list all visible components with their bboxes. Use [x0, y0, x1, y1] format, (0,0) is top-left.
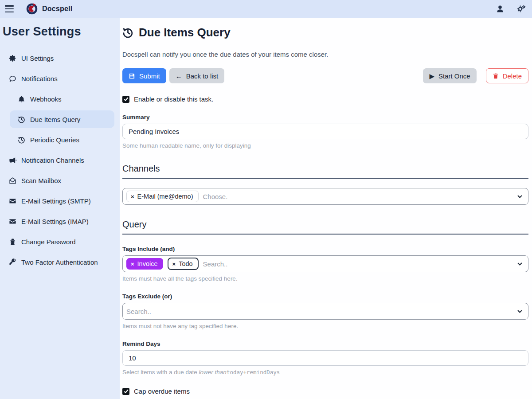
- user-secret-icon: [9, 238, 16, 246]
- sidebar-item-email-imap[interactable]: E-Mail Settings (IMAP): [0, 212, 114, 230]
- gear-icon: [9, 55, 16, 62]
- tags-exclude-placeholder: Search..: [126, 308, 151, 315]
- start-once-button[interactable]: ▶ Start Once: [423, 68, 476, 83]
- sidebar-item-notifications[interactable]: Notifications: [0, 70, 114, 87]
- sidebar-item-label: Scan Mailbox: [21, 177, 61, 184]
- sidebar-item-label: Change Password: [21, 238, 76, 246]
- menu-hamburger-icon[interactable]: [5, 5, 14, 12]
- tags-exclude-help: Items must not have any tag specified he…: [122, 323, 528, 329]
- sidebar-item-due-items-query[interactable]: Due Items Query: [10, 110, 114, 128]
- tags-include-help: Items must have all the tags specified h…: [122, 275, 528, 282]
- submit-button[interactable]: Submit: [122, 68, 166, 83]
- trash-icon: [493, 73, 499, 79]
- remove-chip-icon[interactable]: ×: [172, 261, 176, 267]
- docspell-logo-icon: [26, 3, 38, 15]
- sidebar-title: User Settings: [0, 21, 120, 39]
- page-title-text: Due Items Query: [139, 26, 231, 39]
- sidebar-item-webhooks[interactable]: Webhooks: [0, 90, 114, 108]
- key-icon: [9, 258, 16, 266]
- check-icon: [124, 97, 129, 102]
- envelope-icon: [9, 197, 16, 205]
- sidebar-item-label: Two Factor Authentication: [21, 258, 98, 266]
- cap-overdue-label: Cap overdue items: [134, 387, 190, 395]
- chevron-down-icon: [517, 309, 523, 314]
- channels-placeholder: Choose.: [203, 193, 228, 200]
- tags-include-label: Tags Include (and): [122, 246, 528, 252]
- chevron-down-icon: [517, 194, 523, 200]
- enable-task-row: Enable or disable this task.: [122, 95, 528, 103]
- history-icon: [18, 116, 25, 123]
- summary-label: Summary: [122, 114, 528, 121]
- enable-task-label: Enable or disable this task.: [134, 95, 213, 103]
- tags-exclude-label: Tags Exclude (or): [122, 293, 528, 300]
- tags-include-select[interactable]: × Invoice × Todo Search..: [122, 255, 528, 272]
- sidebar-item-ui-settings[interactable]: UI Settings: [0, 49, 114, 67]
- sidebar-item-label: E-Mail Settings (SMTP): [21, 197, 91, 205]
- history-icon: [18, 136, 25, 144]
- channels-select[interactable]: × E-Mail (me@demo) Choose.: [122, 188, 528, 205]
- arrow-left-icon: ←: [176, 73, 182, 79]
- sidebar-item-notification-channels[interactable]: Notification Channels: [0, 151, 114, 169]
- back-to-list-button[interactable]: ← Back to list: [169, 68, 225, 83]
- envelope-icon: [9, 218, 16, 225]
- sidebar-item-label: Notification Channels: [21, 156, 84, 164]
- tags-exclude-select[interactable]: Search..: [122, 303, 528, 320]
- tag-chip-todo[interactable]: × Todo: [168, 258, 199, 270]
- cap-overdue-row: Cap overdue items: [122, 387, 528, 395]
- sidebar: User Settings UI Settings Notifications …: [0, 18, 120, 399]
- sidebar-item-label: UI Settings: [21, 55, 54, 62]
- top-bar: Docspell: [0, 0, 532, 18]
- sidebar-item-change-password[interactable]: Change Password: [0, 233, 114, 250]
- remind-days-input[interactable]: 10: [122, 350, 528, 366]
- sidebar-item-label: Webhooks: [30, 95, 62, 103]
- page-title: Due Items Query: [122, 26, 528, 39]
- play-icon: ▶: [429, 73, 434, 79]
- sidebar-item-label: Due Items Query: [30, 116, 80, 123]
- sidebar-item-label: Periodic Queries: [30, 136, 79, 144]
- remove-chip-icon[interactable]: ×: [131, 261, 134, 267]
- sidebar-item-label: Notifications: [21, 75, 58, 82]
- remove-chip-icon[interactable]: ×: [131, 194, 134, 200]
- sidebar-item-scan-mailbox[interactable]: Scan Mailbox: [0, 172, 114, 189]
- main-content: Due Items Query Docspell can notify you …: [120, 18, 532, 399]
- remind-days-help: Select items with a due date lower thant…: [122, 369, 528, 376]
- delete-button[interactable]: Delete: [486, 68, 528, 83]
- user-icon[interactable]: [496, 4, 505, 13]
- enable-task-checkbox[interactable]: [122, 96, 129, 103]
- check-icon: [124, 389, 129, 394]
- save-icon: [129, 73, 135, 79]
- gears-icon[interactable]: [517, 4, 526, 13]
- page-subtitle: Docspell can notify you once the due dat…: [122, 51, 528, 58]
- history-icon: [122, 27, 133, 38]
- chevron-down-icon: [517, 261, 523, 267]
- summary-input[interactable]: Pending Invoices: [122, 124, 528, 139]
- cap-overdue-checkbox[interactable]: [122, 388, 129, 395]
- remind-days-label: Remind Days: [122, 340, 528, 347]
- summary-help: Some human readable name, only for displ…: [122, 142, 528, 149]
- query-heading: Query: [122, 219, 528, 235]
- envelope-open-icon: [9, 177, 16, 184]
- sidebar-item-periodic-queries[interactable]: Periodic Queries: [0, 131, 114, 149]
- brand-name: Docspell: [42, 5, 72, 13]
- tags-include-placeholder: Search..: [203, 260, 228, 268]
- tag-chip-invoice[interactable]: × Invoice: [126, 258, 163, 270]
- bullhorn-icon: [9, 156, 16, 164]
- bell-icon: [18, 95, 25, 103]
- brand[interactable]: Docspell: [26, 3, 72, 15]
- sidebar-item-two-factor-auth[interactable]: Two Factor Authentication: [0, 253, 114, 271]
- channel-chip[interactable]: × E-Mail (me@demo): [126, 191, 199, 202]
- comment-icon: [9, 75, 16, 82]
- sidebar-item-label: E-Mail Settings (IMAP): [21, 218, 89, 225]
- channels-heading: Channels: [122, 164, 528, 179]
- sidebar-item-email-smtp[interactable]: E-Mail Settings (SMTP): [0, 192, 114, 210]
